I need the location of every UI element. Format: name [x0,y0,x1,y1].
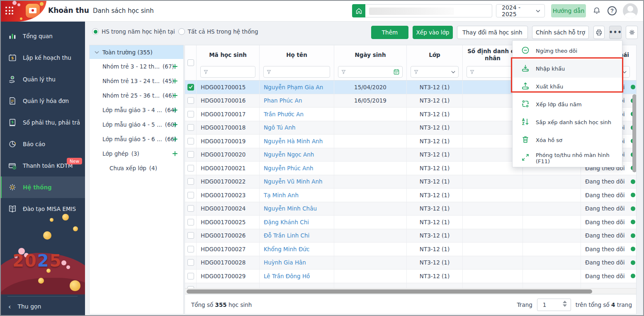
tree-item-class[interactable]: Nhóm trẻ 13 - 24 t...(45) [90,73,183,88]
table-row[interactable] [185,283,637,289]
support-policy-button[interactable]: Chính sách hỗ trợ [532,26,589,39]
tree-item-class[interactable]: Lớp mẫu giáo 3 - 4 ...(64) [90,103,183,117]
row-checkbox[interactable] [187,138,194,145]
tree-item-class[interactable]: Nhóm trẻ 25 - 36 t...(46) [90,88,183,103]
user-avatar[interactable] [623,3,638,18]
row-checkbox[interactable] [187,259,194,266]
add-class-button[interactable] [172,121,178,129]
tree-item-unassigned[interactable]: Chưa xếp lớp(4) [90,161,183,175]
horizontal-scrollbar-thumb[interactable] [187,289,592,294]
step-up-icon[interactable] [563,301,567,303]
sidebar-item-quan-ly-thu[interactable]: $ Quản lý thu [0,69,85,90]
table-row[interactable]: HDG001700028Huỳnh Gia HânNT3-12 (1)Đang … [185,256,637,270]
tree-root-all-school[interactable]: Toàn trường (355) [90,45,183,59]
menu-item-sap-xep-danh-sach[interactable]: AZ Sắp xếp danh sách học sinh [513,113,622,131]
row-checkbox[interactable] [187,84,194,91]
student-name-link[interactable]: Đỗ Trần Linh Chi [264,232,309,239]
row-checkbox[interactable] [187,192,194,198]
add-button[interactable]: Thêm [371,26,408,39]
student-name-link[interactable]: Huỳnh Gia Hân [264,259,306,266]
menu-item-nhap-khau[interactable]: Nhập khẩu [513,60,622,78]
tree-item-class[interactable]: Lớp ghép(3) [90,146,183,161]
table-row[interactable]: HDG001700022Nguyễn Vũ Minh AnhNT3-12 (1)… [185,175,637,189]
step-down-icon[interactable] [563,304,567,307]
filter-dob[interactable] [338,66,403,78]
tree-item-class[interactable]: Lớp mẫu giáo 5 - 6 ...(66) [90,132,183,146]
sidebar-item-so-phai-thu-phai-tra[interactable]: $ Số phải thu, phải trả [0,112,85,133]
table-settings-button[interactable] [626,26,638,39]
column-class[interactable]: Lớp [407,45,463,80]
add-class-button[interactable] [172,136,178,144]
filter-student-name[interactable] [263,66,330,78]
home-button[interactable] [352,4,365,17]
school-year-select[interactable]: 2024 - 2025 [496,4,545,17]
student-name-link[interactable]: Nguyễn Vũ Minh Anh [264,178,323,185]
table-row[interactable]: HDG001700029Lê Trần Đông HồNT3-12 (1)Đan… [185,269,637,283]
student-name-link[interactable]: Phan Phúc An [264,97,302,104]
sidebar-item-he-thong[interactable]: Hệ thống [0,176,85,198]
column-dob[interactable]: Ngày sinh [334,45,407,80]
radio-all-system[interactable]: Tất cả HS trong hệ thống [178,28,258,35]
search-input[interactable] [365,4,492,17]
column-student-code[interactable]: Mã học sinh [197,45,260,80]
table-row[interactable]: HDG001700026Đỗ Trần Linh ChiNT3-12 (1)Đa… [185,229,637,243]
student-name-link[interactable]: Đặng Khánh Chi [264,219,309,225]
add-class-button[interactable] [172,92,178,100]
tree-item-class[interactable]: Lớp mẫu giáo 4 - 5 ...(60) [90,117,183,132]
student-name-link[interactable]: Nguyễn Ngọc Anh [264,151,314,158]
table-row[interactable]: HDG001700024Nguyễn Minh ChâuNT3-12 (1)Đa… [185,202,637,216]
menu-item-xuat-khau[interactable]: Xuất khẩu [513,78,622,96]
sidebar-item-bao-cao[interactable]: Báo cáo [0,133,85,155]
sidebar-item-quan-ly-hoa-don[interactable]: Quản lý hóa đơn [0,90,85,112]
student-name-link[interactable]: Nguyễn Hà Minh Anh [264,138,323,145]
print-button[interactable] [593,26,605,39]
menu-item-xoa-ho-so[interactable]: Xóa hồ sơ [513,131,622,149]
row-checkbox[interactable] [187,232,194,239]
student-name-link[interactable]: Ngô Tú Anh [264,124,296,131]
student-name-link[interactable]: Trần Phước An [264,111,304,118]
table-row[interactable]: HDG001700027Khổng Minh ĐứcNT3-12 (1)Đang… [185,243,637,256]
filter-class[interactable] [411,66,459,78]
student-name-link[interactable]: Nguyễn Phúc Anh [264,165,313,171]
add-class-button[interactable] [172,150,178,158]
menu-item-phong-to-thu-nho[interactable]: Phóng to/thu nhỏ màn hình (F11) [513,149,622,167]
more-actions-button[interactable]: ••• [609,26,622,39]
row-checkbox[interactable] [187,124,194,131]
page-stepper[interactable] [563,301,567,307]
filter-student-code[interactable] [200,66,255,78]
student-name-link[interactable]: Khổng Minh Đức [264,246,309,252]
row-checkbox[interactable] [187,246,194,252]
row-checkbox[interactable] [187,97,194,104]
row-checkbox[interactable] [187,205,194,212]
radio-current-year[interactable]: HS trong năm học hiện tại [92,28,175,35]
sidebar-item-thanh-toan-kdtm[interactable]: Thanh toán KDTM New [0,155,85,176]
tree-item-class[interactable]: Nhóm trẻ 3 - 12 th...(67) [90,59,183,73]
row-checkbox[interactable] [187,178,194,185]
table-row[interactable]: HDG001700025Đặng Khánh ChiNT3-12 (1)Đang… [185,216,637,229]
add-class-button[interactable] [172,78,178,86]
row-checkbox[interactable] [187,165,194,171]
help-button[interactable]: Hướng dẫn [551,4,586,17]
add-class-button[interactable] [172,107,178,115]
filter-id-number[interactable] [467,66,519,78]
student-name-link[interactable]: Lê Trần Đông Hồ [264,273,310,279]
sidebar-item-tong-quan[interactable]: Tổng quan [0,25,85,47]
menu-item-ngung-theo-doi[interactable]: Ngừng theo dõi [513,42,622,60]
collapse-sidebar-button[interactable]: ‹ Thu gọn [0,299,85,314]
menu-item-xep-lop-dau-nam[interactable]: Xếp lớp đầu năm [513,96,622,113]
assign-class-button[interactable]: Xếp vào lớp [413,26,453,39]
student-name-link[interactable]: Tạ Minh Anh [264,192,299,198]
student-name-link[interactable]: Nguyễn Minh Châu [264,205,317,212]
vertical-scrollbar-thumb[interactable] [632,94,637,172]
table-row[interactable]: HDG001700023Tạ Minh AnhNT3-12 (1)Đang th… [185,189,637,202]
change-student-code-button[interactable]: Thay đổi mã học sinh [457,26,528,39]
column-student-name[interactable]: Họ tên [260,45,334,80]
row-checkbox[interactable] [187,111,194,118]
row-checkbox[interactable] [187,151,194,158]
notifications-button[interactable] [591,5,602,16]
row-checkbox[interactable] [187,219,194,225]
app-grid-icon[interactable] [5,7,14,15]
sidebar-item-lap-ke-hoach-thu[interactable]: $ Lập kế hoạch thu [0,47,85,69]
page-number-input[interactable]: 1 [537,299,571,311]
select-all-checkbox[interactable] [187,59,194,66]
